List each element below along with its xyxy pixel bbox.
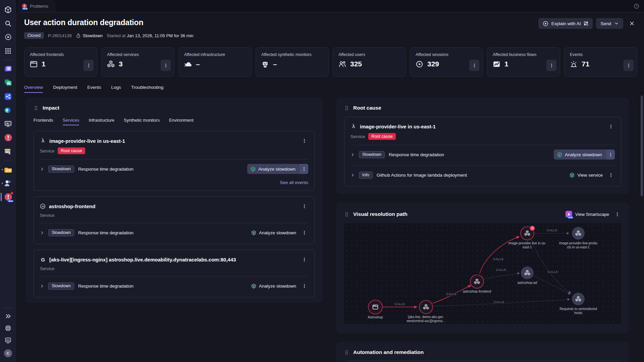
impact-subtabs: Frontends Services Infrastructure Synthe…: [34, 118, 315, 125]
resolution-path-graph[interactable]: CALLSCALLSCALLSCALLSCALLSCALLSCALLSAstro…: [344, 223, 621, 324]
subtab-synthetic-monitors[interactable]: Synthetic monitors: [124, 118, 160, 125]
sessions-app-icon[interactable]: [0, 176, 16, 190]
svg-text:CALLS: CALLS: [494, 300, 504, 304]
analyze-slowdown-button[interactable]: Analyze slowdown: [248, 282, 300, 291]
kebab-icon: [608, 124, 613, 129]
session-replay-icon: [416, 60, 423, 68]
page-scrollbar[interactable]: [641, 96, 643, 196]
entity-menu-button[interactable]: [300, 255, 308, 264]
explain-with-ai-button[interactable]: Explain with AI: [538, 18, 593, 29]
browser-app-icon[interactable]: [0, 144, 16, 158]
problems-app-icon[interactable]: NEW: [0, 190, 16, 204]
entity-type: Service: [40, 266, 54, 271]
tab-events[interactable]: Events: [87, 85, 101, 93]
help-lifebuoy-icon[interactable]: [0, 322, 16, 334]
app-launcher-icon[interactable]: [0, 44, 16, 58]
send-button[interactable]: Send: [596, 18, 623, 29]
getting-started-icon[interactable]: [0, 334, 16, 346]
expand-chevron-icon[interactable]: [351, 173, 355, 177]
event-menu-button[interactable]: [606, 149, 615, 160]
tab-deployment[interactable]: Deployment: [53, 85, 77, 93]
card-menu-button[interactable]: [546, 60, 556, 71]
kebab-icon: [163, 63, 168, 68]
divider: [40, 276, 308, 277]
subtab-environment[interactable]: Environment: [169, 118, 194, 125]
problem-detail-window: User action duration degradation Explain…: [16, 12, 644, 362]
see-all-events-link[interactable]: See all events: [280, 180, 308, 185]
tab-problems[interactable]: NEW Problems: [17, 0, 56, 12]
drag-handle-icon[interactable]: [344, 212, 349, 217]
dashboards-app-icon[interactable]: [0, 76, 16, 89]
svg-text:hosts: hosts: [574, 311, 582, 315]
card-menu-button[interactable]: [469, 60, 479, 71]
new-badge: NEW: [8, 200, 13, 202]
card-menu-button[interactable]: [161, 60, 171, 71]
drag-handle-icon[interactable]: [34, 106, 39, 111]
event-menu-button[interactable]: [300, 282, 308, 290]
analyze-slowdown-button[interactable]: Analyze slowdown: [247, 165, 299, 174]
entity-menu-button[interactable]: [300, 136, 308, 145]
kebab-icon: [615, 212, 620, 217]
subtab-services[interactable]: Services: [63, 118, 79, 125]
subtab-infrastructure[interactable]: Infrastructure: [89, 118, 114, 125]
collapse-sidebar-icon[interactable]: [0, 310, 16, 322]
analyze-slowdown-button[interactable]: Analyze slowdown: [248, 228, 300, 237]
dynatrace-logo-icon[interactable]: [0, 3, 16, 16]
smartscape-app-icon[interactable]: [0, 103, 16, 117]
drag-handle-icon[interactable]: [344, 350, 349, 355]
close-icon: [629, 21, 635, 26]
entity-title[interactable]: image-provider-live in us-east-1: [49, 138, 297, 144]
infrastructure-app-icon[interactable]: [0, 117, 16, 131]
entity-title[interactable]: image-provider-live in us-east-1: [360, 124, 603, 129]
event-row: Slowdown Response time degradation Analy…: [40, 227, 308, 238]
tab-overview[interactable]: Overview: [24, 85, 43, 93]
automations-app-icon[interactable]: [0, 89, 16, 103]
lambda-icon: λ: [351, 123, 357, 129]
automation-panel: Automation and remediation Workflow Last…: [336, 342, 629, 362]
tab-logs[interactable]: Logs: [111, 85, 121, 93]
expand-chevron-icon[interactable]: [40, 167, 44, 171]
sidebar-divider: [4, 60, 12, 60]
cases-app-icon[interactable]: [0, 163, 16, 176]
drag-handle-icon[interactable]: [344, 106, 349, 111]
svg-text:westcentral-asc][ingress...: westcentral-asc][ingress...: [406, 319, 445, 323]
event-menu-button[interactable]: [300, 164, 308, 174]
kubernetes-app-icon[interactable]: [0, 62, 16, 76]
sidebar-divider: [4, 160, 12, 161]
svg-text:CALLS: CALLS: [493, 257, 504, 261]
user-avatar[interactable]: C: [0, 346, 16, 360]
entity-menu-button[interactable]: [300, 202, 308, 210]
svg-text:Requests to unmonitored: Requests to unmonitored: [559, 307, 597, 311]
severity-badge: Slowdown: [48, 229, 74, 236]
event-menu-button[interactable]: [607, 171, 615, 179]
card-menu-button[interactable]: [624, 60, 634, 71]
help-icon[interactable]: [634, 3, 639, 9]
kebab-icon: [626, 63, 631, 68]
expand-chevron-icon[interactable]: [40, 231, 44, 235]
davis-ai-icon[interactable]: [0, 30, 16, 44]
kebab-icon: [302, 204, 307, 209]
stat-card-affected-infrastructure: Affected infrastructure –: [178, 47, 252, 77]
event-menu-button[interactable]: [300, 228, 308, 237]
search-icon[interactable]: [0, 16, 16, 30]
tab-troubleshooting[interactable]: Troubleshooting: [131, 85, 163, 93]
divider: [40, 223, 308, 223]
entity-title[interactable]: [aks-live][ingress-nginx] astroshop.live…: [49, 257, 297, 262]
expand-chevron-icon[interactable]: [351, 153, 355, 157]
svg-text:CALLS: CALLS: [446, 292, 457, 296]
panel-menu-button[interactable]: [613, 210, 621, 219]
view-service-button[interactable]: View service: [566, 171, 606, 180]
expand-chevron-icon[interactable]: [40, 284, 44, 288]
svg-text:CALLS: CALLS: [496, 268, 506, 272]
analyze-slowdown-button[interactable]: Analyze slowdown: [554, 150, 605, 159]
problems-classic-app-icon[interactable]: [0, 131, 16, 144]
close-button[interactable]: [627, 18, 637, 29]
subtab-frontends[interactable]: Frontends: [34, 118, 53, 125]
entity-menu-button[interactable]: [607, 122, 615, 131]
entity-title[interactable]: astroshop-frontend: [49, 203, 297, 209]
card-menu-button[interactable]: [84, 60, 94, 71]
impact-panel-title: Impact: [43, 105, 59, 111]
root-cause-badge: Root cause: [368, 133, 395, 140]
view-smartscape-button[interactable]: NEW View Smartscape: [566, 211, 609, 218]
svg-text:Astroshop: Astroshop: [368, 315, 383, 319]
